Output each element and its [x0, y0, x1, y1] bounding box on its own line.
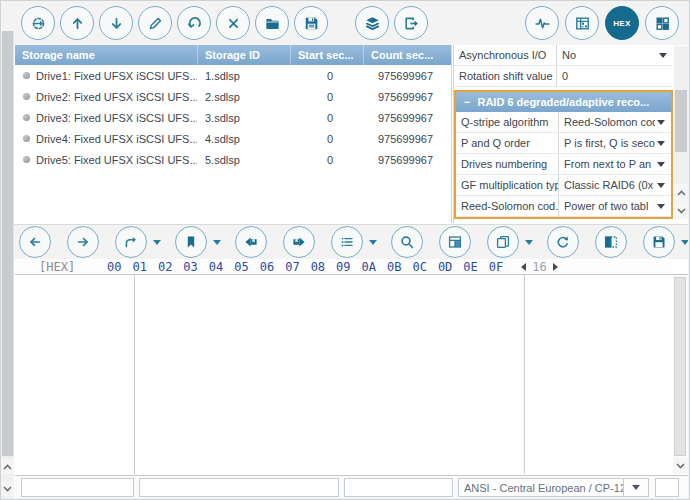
hex-content-area[interactable] — [15, 275, 673, 474]
open-button[interactable] — [255, 6, 289, 40]
jump-arrow-icon — [123, 234, 139, 250]
left-scroll-up-button[interactable] — [1, 459, 14, 474]
property-value[interactable]: 0 — [556, 66, 673, 86]
increase-columns-button[interactable] — [553, 263, 558, 271]
properties-scroll-down-button[interactable] — [674, 202, 688, 219]
undo-arrow-icon — [186, 15, 203, 32]
property-value[interactable]: From next to P an — [558, 154, 671, 174]
property-row[interactable]: GF multiplication type Classic RAID6 (0x — [456, 175, 671, 196]
goto-button[interactable] — [115, 226, 147, 258]
copy-button[interactable] — [487, 226, 519, 258]
property-value[interactable]: P is first, Q is seco — [558, 133, 671, 153]
grid-view-button[interactable] — [439, 226, 471, 258]
arrow-down-icon — [108, 15, 125, 32]
previous-bookmark-button[interactable] — [235, 226, 267, 258]
layers-button[interactable] — [355, 6, 389, 40]
left-scrollbar-thumb[interactable] — [2, 31, 14, 456]
hex-scrollbar-thumb[interactable] — [674, 277, 686, 456]
column-header-count-sector[interactable]: Count sec... — [363, 45, 452, 65]
export-button[interactable] — [394, 6, 428, 40]
storage-row[interactable]: Drive4: Fixed UFSX iSCSI UFS... 4.sdlsp … — [15, 128, 451, 149]
column-header-storage-name[interactable]: Storage name — [15, 45, 197, 65]
list-dropdown-caret[interactable] — [369, 240, 377, 245]
drive-bullet-icon — [23, 93, 30, 100]
signal-analysis-button[interactable] — [525, 6, 559, 40]
property-row[interactable]: Q-stripe algorithm Reed-Solomon cod — [456, 112, 671, 133]
move-down-button[interactable] — [99, 6, 133, 40]
chevron-down-icon[interactable] — [659, 53, 667, 58]
property-row[interactable]: Asynchronous I/O No — [454, 45, 673, 66]
storage-row[interactable]: Drive3: Fixed UFSX iSCSI UFS... 3.sdlsp … — [15, 107, 451, 128]
bookmark-button[interactable] — [175, 226, 207, 258]
chevron-down-icon[interactable] — [657, 120, 665, 125]
position-input-1[interactable] — [21, 478, 134, 497]
build-raid-button[interactable] — [21, 6, 55, 40]
drive-bullet-icon — [23, 114, 30, 121]
floppy-icon — [651, 234, 667, 250]
magnifier-icon — [399, 234, 415, 250]
property-value[interactable]: Classic RAID6 (0x — [558, 175, 671, 195]
position-input-2[interactable] — [139, 478, 339, 497]
remove-button[interactable] — [216, 6, 250, 40]
left-scrollbar[interactable] — [1, 31, 14, 498]
chevron-down-icon[interactable] — [657, 141, 665, 146]
property-row[interactable]: Rotation shift value 0 — [454, 66, 673, 87]
chevron-down-icon[interactable] — [657, 162, 665, 167]
property-row[interactable]: P and Q order P is first, Q is seco — [456, 133, 671, 154]
storage-row[interactable]: Drive5: Fixed UFSX iSCSI UFS... 5.sdlsp … — [15, 149, 451, 170]
hex-column-label: 0C — [412, 260, 426, 274]
save-button[interactable] — [294, 6, 328, 40]
components-button[interactable] — [645, 6, 679, 40]
property-value[interactable]: No — [556, 45, 673, 65]
chevron-down-icon[interactable] — [657, 204, 665, 209]
hex-column-label: 04 — [209, 260, 223, 274]
hex-column-label: 03 — [183, 260, 197, 274]
next-bookmark-button[interactable] — [283, 226, 315, 258]
column-header-storage-id[interactable]: Storage ID — [197, 45, 290, 65]
search-button[interactable] — [391, 226, 423, 258]
forward-button[interactable] — [67, 226, 99, 258]
undo-button[interactable] — [177, 6, 211, 40]
properties-scroll-up-button[interactable] — [674, 184, 688, 201]
left-scroll-down-button[interactable] — [1, 481, 14, 496]
storage-row[interactable]: Drive2: Fixed UFSX iSCSI UFS... 2.sdlsp … — [15, 86, 451, 107]
storage-row[interactable]: Drive1: Fixed UFSX iSCSI UFS... 1.sdlsp … — [15, 65, 451, 86]
hex-scrollbar[interactable] — [673, 275, 688, 474]
back-button[interactable] — [19, 226, 51, 258]
column-header-start-sector[interactable]: Start sec... — [290, 45, 363, 65]
property-label: Q-stripe algorithm — [456, 116, 558, 128]
property-row[interactable]: Reed-Solomon cod... Power of two tabl — [456, 196, 671, 217]
hex-column-label: 09 — [336, 260, 350, 274]
property-value[interactable]: Reed-Solomon cod — [558, 112, 671, 132]
drive-bullet-icon — [23, 135, 30, 142]
hex-mode-label: [HEX] — [39, 260, 107, 274]
copy-dropdown-caret[interactable] — [525, 240, 533, 245]
move-up-button[interactable] — [60, 6, 94, 40]
raid6-section-header[interactable]: − RAID 6 degraded/adaptive reco... — [456, 92, 671, 112]
raid6-section: − RAID 6 degraded/adaptive reco... Q-str… — [454, 90, 673, 219]
encoding-select[interactable]: ANSI - Central European / CP-1250 — [458, 478, 649, 497]
chevron-down-icon[interactable] — [657, 183, 665, 188]
property-row[interactable]: Drives numbering From next to P an — [456, 154, 671, 175]
refresh-button[interactable] — [547, 226, 579, 258]
collapse-icon[interactable]: − — [464, 96, 470, 108]
bookmark-dropdown-caret[interactable] — [213, 240, 221, 245]
property-value[interactable]: Power of two tabl — [558, 196, 671, 216]
goto-dropdown-caret[interactable] — [153, 240, 161, 245]
parity-map-button[interactable] — [565, 6, 599, 40]
hex-view-button[interactable]: HEX — [605, 6, 639, 40]
split-panel-button[interactable] — [595, 226, 627, 258]
position-input-3[interactable] — [344, 478, 453, 497]
list-button[interactable] — [331, 226, 363, 258]
properties-scrollbar[interactable] — [674, 46, 688, 219]
decrease-columns-button[interactable] — [521, 263, 526, 271]
bottom-small-box[interactable] — [655, 478, 679, 497]
hex-scroll-down-button[interactable] — [673, 458, 688, 474]
encoding-dropdown-button[interactable] — [623, 479, 648, 496]
save-data-button[interactable] — [643, 226, 675, 258]
hex-column-label: 0B — [387, 260, 401, 274]
hex-view-label: HEX — [613, 19, 631, 28]
properties-scrollbar-thumb[interactable] — [675, 90, 687, 152]
properties-panel: Asynchronous I/O No Rotation shift value… — [453, 45, 673, 223]
edit-button[interactable] — [138, 6, 172, 40]
